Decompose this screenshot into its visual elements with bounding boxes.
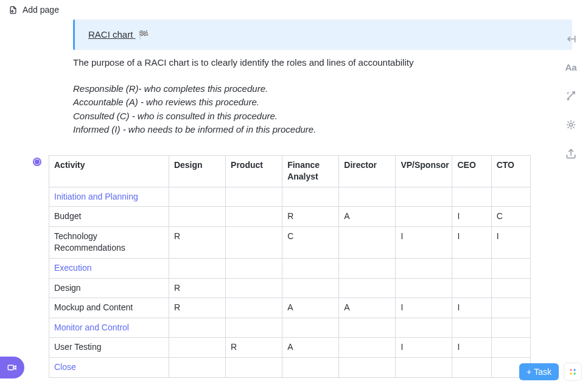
collapse-icon[interactable] [565,33,577,45]
def-accountable: Accountable (A) - who reviews this proce… [73,96,572,110]
col-product: Product [226,155,282,187]
raci-cell [169,338,225,358]
raci-cell: R [169,278,225,298]
right-rail: Aa [560,33,582,160]
create-task-button[interactable]: + Task [519,363,559,380]
raci-cell [226,226,282,258]
raci-cell: R [169,298,225,318]
add-page-label[interactable]: Add page [23,5,59,15]
raci-table: Activity Design Product Finance Analyst … [49,155,531,378]
table-row: Monitor and Control [49,318,531,338]
raci-cell [491,318,530,338]
table-row: Mockup and ContentRAAII [49,298,531,318]
raci-cell [169,207,225,227]
raci-cell: R [169,226,225,258]
typography-icon[interactable]: Aa [565,62,576,72]
raci-cell: I [396,338,452,358]
raci-cell [282,187,339,207]
svg-point-5 [573,372,575,374]
col-design: Design [169,155,225,187]
raci-cell [226,259,282,279]
raci-cell [226,298,282,318]
table-row: Technology RecommendationsRCIII [49,226,531,258]
raci-cell [339,226,396,258]
raci-cell: C [282,226,339,258]
col-cto: CTO [491,155,530,187]
table-row: DesignR [49,278,531,298]
raci-cell [226,278,282,298]
raci-cell [169,358,225,378]
table-row: Initiation and Planning [49,187,531,207]
raci-cell [169,318,225,338]
activity-cell[interactable]: Initiation and Planning [49,187,169,207]
record-clip-button[interactable] [0,357,24,378]
raci-cell [282,259,339,279]
raci-cell: A [339,207,396,227]
task-group: + Task [519,363,582,381]
raci-cell [339,278,396,298]
plus-icon: + [527,367,531,377]
svg-point-4 [570,372,572,374]
raci-cell: A [282,338,339,358]
raci-cell: C [491,207,530,227]
apps-button[interactable] [564,363,582,381]
magic-wand-icon[interactable] [565,89,577,102]
raci-cell [226,358,282,378]
col-activity: Activity [49,155,169,187]
def-informed: Informed (I) - who needs to be informed … [73,123,572,137]
raci-cell: R [226,338,282,358]
raci-cell [282,278,339,298]
raci-cell [339,187,396,207]
raci-cell [169,259,225,279]
raci-cell [491,278,530,298]
raci-cell [491,298,530,318]
raci-cell [452,259,491,279]
page-content: RACI chart 🏁 The purpose of a RACI chart… [0,19,588,386]
raci-cell: I [452,298,491,318]
share-icon[interactable] [565,148,577,160]
svg-point-3 [573,369,575,371]
raci-definitions: Responsible (R)- who completes this proc… [73,82,572,137]
raci-cell [339,259,396,279]
raci-cell [226,318,282,338]
activity-cell[interactable]: Close [49,358,169,378]
raci-cell [452,318,491,338]
raci-cell [396,207,452,227]
raci-cell [491,187,530,207]
svg-point-0 [570,124,573,127]
callout-raci: RACI chart 🏁 [73,19,572,50]
task-button-label: Task [534,367,551,377]
activity-cell[interactable]: Monitor and Control [49,318,169,338]
flag-icon: 🏁 [138,30,149,40]
raci-cell [396,318,452,338]
raci-cell [226,187,282,207]
col-ceo: CEO [452,155,491,187]
col-finance: Finance Analyst [282,155,339,187]
raci-cell [396,187,452,207]
activity-cell: Mockup and Content [49,298,169,318]
raci-cell: I [396,226,452,258]
block-marker-icon[interactable] [33,158,41,166]
raci-cell: I [452,338,491,358]
def-consulted: Consulted (C) - who is consulted in this… [73,110,572,124]
activity-cell[interactable]: Execution [49,259,169,279]
raci-cell [396,358,452,378]
raci-cell [339,358,396,378]
raci-cell: I [452,226,491,258]
raci-cell [396,278,452,298]
activity-cell: Design [49,278,169,298]
raci-table-area: Activity Design Product Finance Analyst … [49,155,572,378]
table-row: User TestingRAII [49,338,531,358]
activity-cell: Technology Recommendations [49,226,169,258]
def-responsible: Responsible (R)- who completes this proc… [73,82,572,96]
raci-cell [282,318,339,338]
raci-chart-link[interactable]: RACI chart 🏁 [88,29,149,40]
table-row: BudgetRAIC [49,207,531,227]
table-header-row: Activity Design Product Finance Analyst … [49,155,531,187]
automations-icon[interactable] [565,119,577,131]
table-row: Close [49,358,531,378]
raci-cell: A [339,298,396,318]
raci-cell [226,207,282,227]
add-page-icon[interactable] [9,5,18,15]
topbar: Add page [0,0,588,19]
